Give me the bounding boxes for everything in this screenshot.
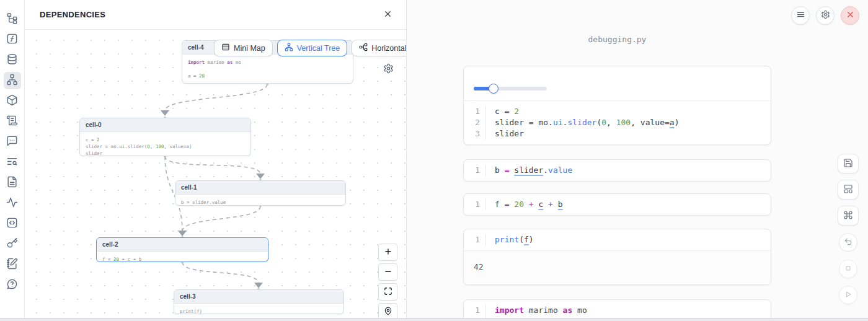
code-token: a — [670, 118, 675, 127]
graph-node-cell-1[interactable]: cell-1b = slider.value — [175, 180, 346, 206]
code-token: 2 — [514, 107, 519, 116]
code-line: c = 2 — [495, 106, 679, 117]
panel-close-button[interactable] — [380, 7, 395, 22]
node-code: print(f) — [174, 304, 343, 314]
line-number-gutter: 1 — [464, 199, 486, 210]
cell-output — [464, 66, 771, 101]
code-token: value — [548, 165, 572, 175]
line-number-gutter: 1 — [464, 234, 486, 245]
line-number: 1 — [464, 305, 480, 316]
settings-icon — [821, 10, 830, 21]
mini-map-icon — [221, 43, 230, 53]
code-token: + — [524, 200, 538, 209]
sidebar-item-package[interactable] — [4, 92, 21, 110]
sidebar-item-code-square[interactable] — [4, 215, 21, 232]
code-token: slider — [495, 118, 524, 127]
save-icon — [843, 158, 853, 170]
sidebar-item-key[interactable] — [4, 235, 21, 253]
code-editor[interactable]: 1b = slider.value — [464, 160, 771, 181]
graph-node-cell-0[interactable]: cell-0c = 2slider = mo.ui.slider(0, 100,… — [79, 118, 251, 156]
zoom-out-button[interactable] — [378, 263, 397, 281]
code-token: b — [558, 200, 563, 209]
code-editor[interactable]: 1print(f) — [464, 229, 771, 250]
code-line: slider = mo.ui.slider(0, 100, value=a) — [495, 117, 679, 128]
keyboard-shortcuts-button[interactable] — [838, 206, 859, 226]
notebook-cell-print-cell[interactable]: 1print(f)42 — [463, 229, 771, 285]
undo-button[interactable] — [839, 233, 857, 252]
code-editor[interactable]: 1f = 20 + c + b — [464, 194, 771, 215]
code-token: = — [500, 107, 514, 116]
node-code: b = slider.value — [175, 195, 345, 206]
code-token: slider — [567, 118, 596, 127]
code-token: , — [631, 118, 640, 127]
activity-icon — [6, 196, 18, 210]
view-toggle-label: Mini Map — [234, 44, 265, 53]
sidebar-item-database[interactable] — [4, 51, 21, 69]
notebook-settings-button[interactable] — [816, 6, 835, 25]
output-text: 42 — [474, 262, 484, 271]
code-token: = — [665, 118, 670, 127]
edge-cell-2-to-cell-3 — [182, 262, 259, 283]
sidebar-item-dependency-graph[interactable] — [4, 72, 21, 89]
sidebar-item-function-square[interactable] — [4, 31, 21, 48]
save-button[interactable] — [838, 154, 859, 174]
sidebar-item-text-search[interactable] — [4, 154, 21, 171]
slider-widget[interactable] — [474, 84, 557, 94]
code-line: f = 20 + c + b — [495, 199, 563, 210]
node-title: cell-1 — [175, 181, 345, 195]
code-line: import marimo as mo — [495, 305, 587, 316]
sidebar-item-scroll-text[interactable] — [4, 113, 21, 130]
node-code: f = 20 + c + b — [97, 252, 268, 262]
slider-thumb[interactable] — [489, 84, 498, 94]
notebook-cell-slider-cell[interactable]: 123c = 2slider = mo.ui.slider(0, 100, va… — [463, 66, 771, 145]
map-pin-icon — [384, 307, 392, 317]
zoom-in-button[interactable] — [378, 244, 397, 261]
code-token: 100 — [156, 144, 164, 149]
sidebar-item-help-circle[interactable] — [4, 276, 21, 294]
graph-settings-button[interactable] — [383, 63, 394, 74]
sidebar-item-notebook-pen[interactable] — [4, 256, 21, 273]
node-title: cell-3 — [174, 290, 343, 304]
fit-view-button[interactable] — [378, 283, 397, 301]
code-token: . — [543, 165, 548, 175]
sidebar-item-activity[interactable] — [4, 195, 21, 212]
view-toggle-horizontal-tree[interactable]: Horizontal Tree — [352, 40, 406, 56]
bottom-edge-strip — [0, 318, 868, 321]
line-number-gutter: 123 — [464, 106, 486, 139]
dependency-graph-icon — [6, 74, 18, 87]
file-text-icon — [6, 176, 18, 190]
chat-icon — [6, 135, 18, 149]
notebook-menu-button[interactable] — [791, 6, 810, 25]
notebook-cell-b-cell[interactable]: 1b = slider.value — [463, 159, 771, 182]
edge-arrowhead — [178, 231, 187, 236]
edge-cell-1-to-cell-2 — [182, 206, 260, 231]
view-toggle-mini-map[interactable]: Mini Map — [214, 40, 273, 56]
run-cells-button[interactable] — [839, 286, 857, 304]
line-number: 2 — [464, 117, 480, 128]
slider-track[interactable] — [474, 87, 547, 90]
code-token: mo — [232, 59, 241, 65]
code-token: 0 — [601, 118, 606, 127]
code-token: + c + b — [119, 257, 141, 262]
code-token: , value=a) — [164, 144, 192, 149]
code-token: . — [548, 118, 553, 127]
stop-kernel-button[interactable] — [839, 260, 857, 278]
notebook-cell-f-cell[interactable]: 1f = 20 + c + b — [463, 193, 771, 216]
code-token: as — [563, 306, 573, 315]
view-toggle-vertical-tree[interactable]: Vertical Tree — [277, 40, 347, 56]
command-icon — [843, 210, 853, 222]
sidebar-item-file-tree[interactable] — [4, 11, 21, 28]
code-editor[interactable]: 123c = 2slider = mo.ui.slider(0, 100, va… — [464, 101, 771, 144]
graph-node-cell-2[interactable]: cell-2f = 20 + c + b — [96, 237, 268, 262]
code-token: print — [495, 235, 519, 244]
sidebar-item-chat[interactable] — [4, 133, 21, 151]
code-token: + — [543, 200, 557, 209]
notebook-panel: debugging.py 123c = 2slider = mo.ui.slid… — [406, 0, 868, 321]
graph-node-cell-3[interactable]: cell-3print(f) — [174, 289, 344, 314]
layout-toggle-button[interactable] — [838, 180, 859, 200]
dependency-graph-canvas[interactable]: Mini MapVertical TreeHorizontal Tree cel… — [25, 30, 406, 321]
edge-arrowhead — [254, 283, 263, 288]
shutdown-button[interactable] — [841, 6, 859, 25]
help-circle-icon — [6, 278, 18, 292]
sidebar-item-file-text[interactable] — [4, 174, 21, 191]
